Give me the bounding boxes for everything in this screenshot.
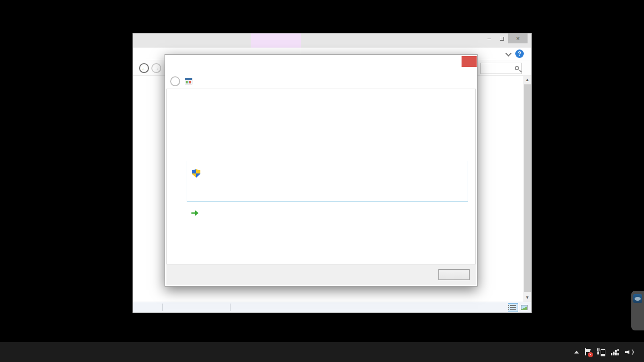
caption-buttons: – × bbox=[483, 33, 528, 43]
action-center-flag-icon[interactable] bbox=[585, 348, 591, 356]
volume-icon[interactable] bbox=[625, 349, 634, 355]
dialog-header bbox=[165, 74, 197, 89]
maximize-icon bbox=[500, 37, 504, 41]
navigation-pane bbox=[133, 76, 165, 302]
ribbon-collapse-chevron-icon[interactable] bbox=[506, 51, 511, 56]
network-signal-icon[interactable] bbox=[611, 349, 619, 355]
status-separator bbox=[162, 304, 163, 311]
close-button[interactable]: × bbox=[508, 33, 528, 43]
tool-tab-group-label bbox=[251, 33, 301, 48]
teamviewer-icon bbox=[633, 294, 642, 303]
vertical-scrollbar[interactable]: ▲ ▼ bbox=[523, 76, 531, 302]
thumbnails-view-button[interactable] bbox=[519, 303, 529, 312]
desktop: – × ? ← → ▲ ▼ bbox=[0, 0, 644, 362]
dialog-body bbox=[166, 89, 476, 264]
scrollbar-thumb[interactable] bbox=[524, 84, 531, 292]
skip-arrow-icon bbox=[191, 210, 198, 216]
uac-shield-icon bbox=[192, 169, 200, 178]
teamviewer-flyout[interactable] bbox=[631, 291, 644, 330]
thumbnails-view-icon bbox=[521, 305, 528, 310]
window-title bbox=[355, 33, 430, 48]
dialog-close-button[interactable] bbox=[462, 56, 477, 67]
scroll-up-icon[interactable]: ▲ bbox=[523, 76, 531, 84]
scroll-down-icon[interactable]: ▼ bbox=[523, 294, 531, 302]
forward-button[interactable]: → bbox=[151, 63, 161, 73]
details-view-button[interactable] bbox=[508, 303, 518, 312]
minimize-button[interactable]: – bbox=[483, 33, 495, 43]
status-separator bbox=[230, 304, 231, 311]
install-option[interactable] bbox=[187, 161, 468, 202]
cancel-button[interactable] bbox=[438, 269, 470, 280]
back-button[interactable]: ← bbox=[139, 63, 149, 73]
taskbar bbox=[0, 342, 644, 362]
status-bar bbox=[133, 302, 531, 313]
maximize-button[interactable] bbox=[495, 33, 508, 43]
power-icon[interactable] bbox=[597, 348, 605, 356]
search-icon bbox=[515, 66, 519, 70]
explorer-titlebar: – × bbox=[133, 33, 531, 48]
tray-expand-icon[interactable] bbox=[574, 351, 579, 354]
windows-features-icon bbox=[185, 78, 192, 84]
help-icon[interactable]: ? bbox=[515, 49, 524, 58]
dialog-back-button bbox=[170, 76, 180, 86]
details-view-icon bbox=[510, 305, 516, 310]
windows-features-dialog bbox=[165, 54, 478, 287]
dialog-footer bbox=[166, 264, 476, 285]
system-tray bbox=[574, 348, 644, 356]
skip-option[interactable] bbox=[191, 208, 455, 231]
